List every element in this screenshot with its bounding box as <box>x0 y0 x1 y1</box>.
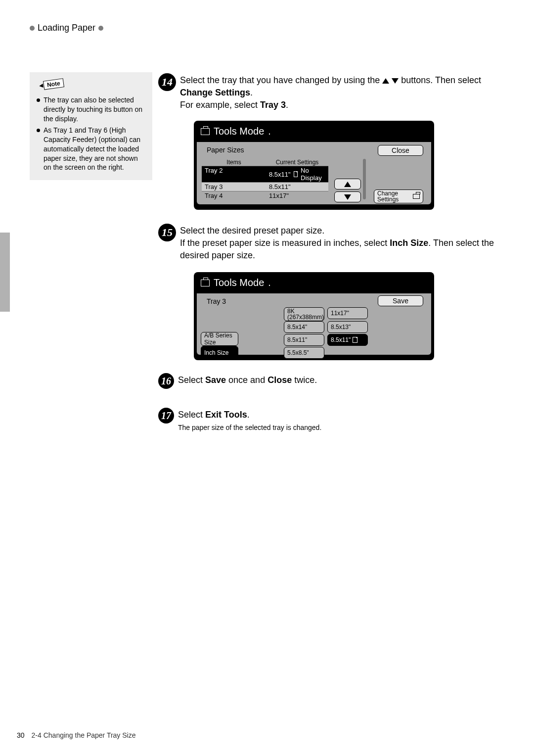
tray-name: Tray 2 <box>205 167 269 182</box>
col-header-current: Current Settings <box>266 159 328 166</box>
step-subtext: The paper size of the selected tray is c… <box>178 423 504 433</box>
text: . <box>250 88 253 97</box>
scroll-down-button[interactable] <box>334 191 361 202</box>
inch-size-button[interactable]: Inch Size <box>201 346 238 360</box>
toolbox-icon <box>201 128 210 135</box>
tray-row-tray4[interactable]: Tray 4 11x17" <box>202 191 328 200</box>
page-number: 30 <box>17 731 25 739</box>
step-number-badge: 15 <box>158 224 176 241</box>
tools-mode-screen-1: Tools Mode. Paper Sizes Close Items Curr… <box>194 121 434 210</box>
tray-row-tray2[interactable]: Tray 2 8.5x11" No Display <box>202 166 328 182</box>
tray-setting: 8.5x11" <box>269 183 325 190</box>
toolbox-icon <box>201 280 210 286</box>
triangle-up-icon <box>344 182 351 187</box>
size-option-11x17[interactable]: 11x17" <box>327 307 368 319</box>
text: . <box>286 100 288 110</box>
scrollbar[interactable] <box>363 159 366 199</box>
text: twice. <box>292 375 317 385</box>
step-number-badge: 16 <box>158 373 174 389</box>
dot: . <box>268 277 271 288</box>
section-title: 2-4 Changing the Paper Tray Size <box>32 731 136 739</box>
col-header-items: Items <box>202 159 266 166</box>
text: Select <box>178 410 205 420</box>
bold-text: Save <box>205 375 226 385</box>
tab-icon <box>413 194 420 199</box>
text: Select <box>178 375 205 385</box>
step-16: 16 Select Save once and Close twice. <box>158 374 504 386</box>
bold-text: Inch Size <box>390 238 428 248</box>
step-14: 14 Select the tray that you have changed… <box>158 74 504 112</box>
bold-text: Tray 3 <box>260 100 286 110</box>
page-icon <box>353 337 357 343</box>
page-icon <box>294 171 298 177</box>
scroll-up-button[interactable] <box>334 179 361 189</box>
step-body: Select the desired preset paper size. If… <box>180 225 504 262</box>
setting-size: 8.5x11" <box>269 183 291 190</box>
close-button[interactable]: Close <box>378 145 423 156</box>
note-tag: Note <box>43 78 64 90</box>
opt-line2: (267x388mm) <box>287 314 324 320</box>
tools-mode-screen-2: Tools Mode. Tray 3 Save A/B Series Size … <box>194 272 434 360</box>
opt-text: 8.5x11" <box>331 336 351 343</box>
page-footer: 30 2-4 Changing the Paper Tray Size <box>17 731 135 739</box>
setting-size: 11x17" <box>269 192 289 199</box>
size-option-55x85[interactable]: 5.5x8.5" <box>284 347 324 359</box>
note-item: The tray can also be selected directly b… <box>37 95 145 124</box>
size-option-85x14[interactable]: 8.5x14" <box>284 321 324 333</box>
text: If the preset paper size is measured in … <box>180 238 390 248</box>
triangle-down-icon <box>392 78 399 84</box>
running-header: Loading Paper <box>30 23 103 33</box>
step-17: 17 Select Exit Tools. The paper size of … <box>158 409 504 433</box>
tray-list: Items Current Settings Tray 2 8.5x11" No… <box>202 159 328 200</box>
screen-panel: Paper Sizes Close Items Current Settings… <box>197 142 431 204</box>
ab-series-button[interactable]: A/B Series Size <box>201 332 238 346</box>
text: . <box>247 410 250 420</box>
screen-panel: Tray 3 Save A/B Series Size Inch Size 8K… <box>197 293 431 355</box>
note-block: Note The tray can also be selected direc… <box>30 72 152 180</box>
bullet-icon <box>30 26 35 31</box>
setting-extra: No Display <box>301 167 325 182</box>
step-number-badge: 17 <box>158 408 174 424</box>
tray-row-tray3[interactable]: Tray 3 8.5x11" <box>202 182 328 191</box>
text: buttons. Then select <box>401 75 481 85</box>
note-item: As Tray 1 and Tray 6 (High Capacity Feed… <box>37 126 145 172</box>
screen-title: Tools Mode. <box>194 121 434 142</box>
bold-text: Change Settings <box>180 88 250 97</box>
bold-text: Close <box>267 375 292 385</box>
change-settings-button[interactable]: Change Settings <box>374 189 423 203</box>
header-title: Loading Paper <box>38 23 95 33</box>
size-option-85x13[interactable]: 8.5x13" <box>327 321 368 333</box>
step-body: Select Exit Tools. The paper size of the… <box>178 409 504 433</box>
setting-size: 8.5x11" <box>269 171 291 178</box>
step-body: Select Save once and Close twice. <box>178 374 504 386</box>
text: Select the tray that you have changed by… <box>180 75 382 85</box>
tray-name: Tray 3 <box>205 183 269 190</box>
tray-setting: 8.5x11" No Display <box>269 167 325 182</box>
text: For example, select <box>180 100 260 110</box>
screen-title-text: Tools Mode <box>214 126 264 137</box>
text: once and <box>226 375 267 385</box>
screen-title: Tools Mode. <box>194 272 434 293</box>
text: Select the desired preset paper size. <box>180 226 324 236</box>
bullet-icon <box>98 26 103 31</box>
step-body: Select the tray that you have changed by… <box>180 74 504 112</box>
triangle-up-icon <box>382 78 389 84</box>
dot: . <box>268 126 271 137</box>
step-number-badge: 14 <box>158 73 176 91</box>
screen-title-text: Tools Mode <box>214 277 264 288</box>
bold-text: Exit Tools <box>205 410 247 420</box>
list-headers: Items Current Settings <box>202 159 328 166</box>
tray-setting: 11x17" <box>269 192 325 199</box>
save-button[interactable]: Save <box>378 295 423 306</box>
triangle-down-icon <box>344 194 351 200</box>
tray-name: Tray 4 <box>205 192 269 199</box>
size-option-85x11[interactable]: 8.5x11" <box>284 334 324 346</box>
step-15: 15 Select the desired preset paper size.… <box>158 225 504 262</box>
change-settings-label: Change Settings <box>377 190 410 202</box>
gutter-tab <box>0 233 10 312</box>
size-option-85x11-landscape[interactable]: 8.5x11" <box>327 334 368 346</box>
size-option-8k[interactable]: 8K (267x388mm) <box>284 307 324 321</box>
